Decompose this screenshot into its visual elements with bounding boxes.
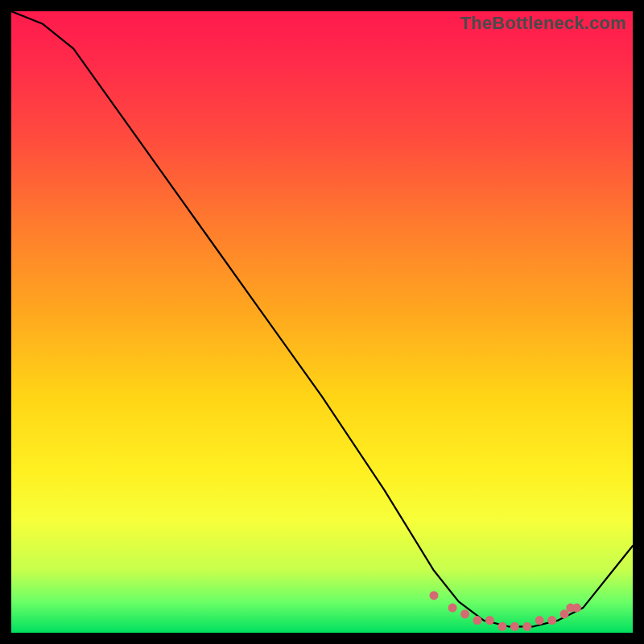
curve-marker bbox=[473, 616, 482, 625]
bottleneck-curve bbox=[11, 11, 633, 633]
chart-frame: TheBottleneck.com bbox=[0, 0, 644, 644]
curve-marker bbox=[535, 616, 544, 625]
curve-marker bbox=[510, 622, 519, 631]
curve-marker bbox=[497, 622, 506, 631]
marker-group bbox=[430, 591, 582, 631]
curve-marker bbox=[430, 591, 439, 600]
curve-path bbox=[11, 11, 633, 626]
plot-area: TheBottleneck.com bbox=[11, 11, 633, 633]
curve-marker bbox=[485, 616, 494, 625]
curve-marker bbox=[572, 604, 581, 613]
curve-marker bbox=[448, 604, 457, 613]
curve-marker bbox=[522, 622, 531, 631]
curve-marker bbox=[547, 616, 556, 625]
curve-marker bbox=[460, 609, 469, 618]
